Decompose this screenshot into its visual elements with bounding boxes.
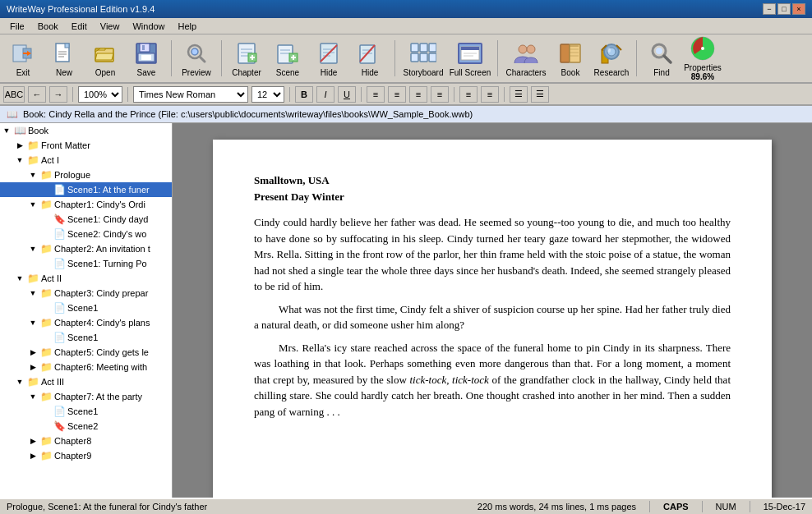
doc-icon-scene1-funeral: 📄 (53, 183, 66, 196)
tree-item-scene1-turning[interactable]: ▶ 📄 Scene1: Turning Po (0, 256, 172, 271)
tree-expand-chapter2[interactable]: ▼ (26, 242, 39, 255)
tree-expand-prologue[interactable]: ▼ (26, 168, 39, 181)
hide-scene-label: Hide (362, 68, 379, 77)
spellcheck-button[interactable]: ABC (3, 86, 25, 103)
scene-button[interactable]: Scene (268, 37, 307, 80)
tree-item-act1[interactable]: ▼ 📁 Act I (0, 153, 172, 168)
exit-button[interactable]: Exit (3, 37, 43, 80)
preview-button[interactable]: Preview (177, 37, 216, 80)
tree-item-chapter2[interactable]: ▼ 📁 Chapter2: An invitation t (0, 241, 172, 256)
book-icon-small: 📖 (7, 109, 18, 120)
book-button[interactable]: Book (551, 37, 590, 80)
tree-expand-chapter5[interactable]: ▶ (26, 346, 39, 359)
tree-expand-chapter3[interactable]: ▼ (26, 287, 39, 300)
align-left-button[interactable]: ≡ (367, 86, 385, 103)
align-right-button[interactable]: ≡ (409, 86, 427, 103)
tree-expand-chapter9[interactable]: ▶ (26, 449, 39, 462)
tree-label-act1: Act I (39, 155, 59, 165)
doc-icon-scene2-cindy: 📄 (53, 227, 66, 241)
tree-item-chapter3[interactable]: ▼ 📁 Chapter3: Cindy prepar (0, 286, 172, 301)
tree-expand-chapter6[interactable]: ▶ (26, 360, 39, 374)
menu-window[interactable]: Window (126, 20, 171, 33)
menu-file[interactable]: File (3, 20, 31, 33)
toolbar-separator-4 (497, 40, 498, 76)
align-justify-button[interactable]: ≡ (431, 86, 449, 103)
svg-rect-49 (461, 47, 479, 50)
tree-label-act3: Act III (39, 377, 64, 387)
font-select[interactable]: Times New Roman (133, 86, 248, 103)
content-area[interactable]: Smalltown, USA Present Day Winter Cindy … (173, 123, 812, 498)
menu-book[interactable]: Book (31, 20, 65, 33)
undo-button[interactable]: ← (28, 86, 46, 103)
maximize-button[interactable]: □ (777, 3, 791, 15)
tree-item-scene1-ch3[interactable]: ▶ 📄 Scene1 (0, 301, 172, 315)
folder-icon-chapter8: 📁 (39, 434, 53, 447)
underline-button[interactable]: U (338, 86, 356, 103)
tree-expand-chapter1[interactable]: ▼ (26, 198, 39, 211)
tree-expand-book[interactable]: ▼ (0, 124, 13, 137)
format-sep-3 (289, 87, 290, 102)
tree-item-chapter4[interactable]: ▼ 📁 Chapter4: Cindy's plans (0, 315, 172, 330)
tree-expand-chapter7[interactable]: ▼ (26, 390, 39, 403)
page-document[interactable]: Smalltown, USA Present Day Winter Cindy … (213, 140, 772, 498)
title-bar-controls[interactable]: − □ × (763, 3, 805, 15)
characters-button[interactable]: Characters (503, 37, 549, 80)
find-label: Find (653, 68, 669, 77)
tree-item-chapter9[interactable]: ▶ 📁 Chapter9 (0, 448, 172, 463)
tree-item-scene1-funeral[interactable]: ▶ 📄 Scene1: At the funer (0, 182, 172, 197)
page-location-1: Smalltown, USA Present Day Winter (254, 172, 731, 204)
menu-help[interactable]: Help (172, 20, 204, 33)
tree-item-scene2-ch7[interactable]: ▶ 🔖 Scene2 (0, 419, 172, 434)
size-select[interactable]: 12 (251, 86, 284, 103)
zoom-select[interactable]: 100% (78, 86, 122, 103)
tree-item-chapter8[interactable]: ▶ 📁 Chapter8 (0, 434, 172, 448)
menu-edit[interactable]: Edit (65, 20, 94, 33)
redo-button[interactable]: → (49, 86, 67, 103)
align-center-button[interactable]: ≡ (388, 86, 406, 103)
menu-view[interactable]: View (94, 20, 127, 33)
italic-button[interactable]: I (316, 86, 334, 103)
tree-item-scene1-ch7[interactable]: ▶ 📄 Scene1 (0, 404, 172, 419)
tree-item-chapter6[interactable]: ▶ 📁 Chapter6: Meeting with (0, 360, 172, 374)
svg-line-68 (664, 56, 671, 62)
tree-item-chapter7[interactable]: ▼ 📁 Chapter7: At the party (0, 389, 172, 404)
fullscreen-button[interactable]: Full Screen (448, 37, 492, 80)
indent-button[interactable]: ≡ (459, 86, 478, 103)
hide-scene-button[interactable]: Hide (350, 37, 390, 80)
hide-chapter-button[interactable]: Hide (309, 37, 348, 80)
tree-expand-chapter8[interactable]: ▶ (26, 434, 39, 447)
page-body[interactable]: Cindy could hardly believe her father wa… (254, 214, 731, 420)
bold-button[interactable]: B (295, 86, 313, 103)
tree-item-chapter5[interactable]: ▶ 📁 Chapter5: Cindy gets le (0, 345, 172, 360)
chapter-button[interactable]: Chapter (227, 37, 266, 80)
tree-expand-act2[interactable]: ▼ (13, 272, 26, 285)
tree-item-scene1-cindy[interactable]: ▶ 🔖 Scene1: Cindy dayd (0, 212, 172, 227)
minimize-button[interactable]: − (763, 3, 776, 15)
tree-panel[interactable]: ▼ 📖 Book ▶ 📁 Front Matter ▼ 📁 Act I ▼ 📁 … (0, 123, 173, 498)
tree-item-chapter1[interactable]: ▼ 📁 Chapter1: Cindy's Ordi (0, 197, 172, 212)
find-button[interactable]: Find (642, 37, 681, 80)
tree-expand-act1[interactable]: ▼ (13, 154, 26, 167)
outdent-button[interactable]: ≡ (481, 86, 499, 103)
tree-item-scene2-cindy[interactable]: ▶ 📄 Scene2: Cindy's wo (0, 227, 172, 241)
tree-item-prologue[interactable]: ▼ 📁 Prologue (0, 168, 172, 182)
tree-expand-act3[interactable]: ▼ (13, 375, 26, 388)
format-bar: ABC ← → 100% Times New Roman 12 B I U ≡ … (0, 84, 812, 105)
tree-item-act3[interactable]: ▼ 📁 Act III (0, 374, 172, 389)
new-button[interactable]: New (44, 37, 84, 80)
research-button[interactable]: Research (592, 37, 631, 80)
tree-expand-chapter4[interactable]: ▼ (26, 316, 39, 329)
numbering-button[interactable]: ☰ (531, 86, 549, 103)
tree-item-act2[interactable]: ▼ 📁 Act II (0, 271, 172, 286)
open-button[interactable]: Open (85, 37, 125, 80)
save-button[interactable]: Save (127, 37, 166, 80)
bullets-button[interactable]: ☰ (510, 86, 528, 103)
storyboard-button[interactable]: Storyboard (400, 37, 446, 80)
tree-item-book[interactable]: ▼ 📖 Book (0, 123, 172, 138)
tree-expand-frontmatter[interactable]: ▶ (13, 139, 26, 152)
close-button[interactable]: × (792, 3, 805, 15)
properties-button[interactable]: Properties 89.6% (683, 37, 722, 80)
tree-item-scene1-ch4[interactable]: ▶ 📄 Scene1 (0, 330, 172, 345)
tree-item-frontmatter[interactable]: ▶ 📁 Front Matter (0, 138, 172, 153)
svg-line-18 (200, 57, 205, 62)
